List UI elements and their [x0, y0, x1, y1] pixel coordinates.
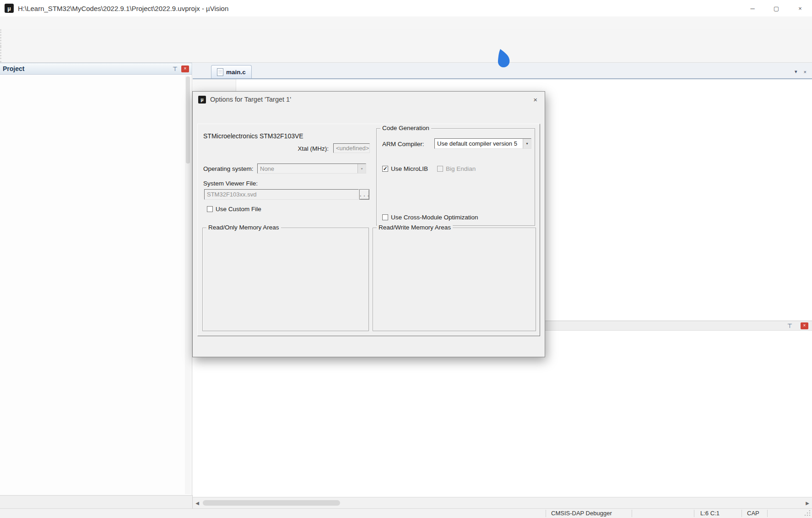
resize-grip-icon	[804, 510, 810, 517]
operating-system-select[interactable]: None ▾	[257, 164, 366, 174]
svd-input[interactable]: STM32F103xx.svd	[204, 189, 359, 200]
close-button[interactable]: ×	[788, 0, 812, 16]
svd-label: System Viewer File:	[203, 180, 258, 187]
editor-tab-label: main.c	[226, 69, 246, 76]
workspace-tabs	[0, 495, 193, 508]
target-tab-page: STMicroelectronics STM32F103VE Xtal (MHz…	[197, 124, 540, 336]
dialog-logo-icon: µ	[198, 96, 206, 104]
titlebar: µ H:\Learn_STM32\MyCodes\2022.9.1\Projec…	[0, 0, 812, 17]
statusbar: CMSIS-DAP Debugger L:6 C:1 CAP	[0, 508, 812, 518]
statusbar-cursor-position: L:6 C:1	[700, 510, 720, 517]
operating-system-value: None	[258, 165, 357, 172]
close-editor-icon[interactable]: ×	[804, 69, 807, 75]
scroll-left-icon[interactable]: ◀	[193, 501, 202, 506]
big-endian-row: Big Endian	[437, 165, 476, 172]
cross-module-row: Use Cross-Module Optimization	[382, 214, 478, 221]
read-write-memory-title: Read/Write Memory Areas	[377, 224, 453, 231]
project-scrollbar[interactable]	[185, 76, 191, 494]
dialog-title: Options for Target 'Target 1'	[210, 96, 291, 103]
operating-system-label: Operating system:	[203, 165, 254, 172]
big-endian-checkbox[interactable]	[437, 166, 443, 172]
chevron-down-icon[interactable]: ▾	[357, 164, 366, 173]
scroll-right-icon[interactable]: ▶	[803, 501, 812, 506]
close-project-panel-button[interactable]: ×	[181, 65, 189, 72]
device-name: STMicroelectronics STM32F103VE	[203, 132, 303, 140]
editor-tab-main-c[interactable]: main.c	[211, 65, 252, 78]
dialog-buttons	[193, 342, 545, 354]
pin-icon[interactable]: ⊤	[787, 322, 792, 329]
cross-module-checkbox[interactable]	[382, 214, 388, 220]
project-panel-header: Project ⊤ ×	[0, 63, 192, 75]
arm-compiler-value: Use default compiler version 5	[435, 140, 523, 147]
close-output-panel-button[interactable]: ×	[801, 322, 808, 329]
dialog-titlebar: µ Options for Target 'Target 1' ×	[193, 92, 545, 107]
check-icon: ✓	[383, 166, 387, 171]
dialog-close-button[interactable]: ×	[531, 96, 539, 104]
xtal-input[interactable]: <undefined>	[333, 143, 370, 153]
window-title: H:\Learn_STM32\MyCodes\2022.9.1\Project\…	[18, 5, 228, 12]
statusbar-debugger: CMSIS-DAP Debugger	[551, 510, 612, 517]
read-only-memory-group: Read/Only Memory Areas	[202, 228, 369, 331]
window-controls: ─▢×	[741, 0, 812, 16]
arm-compiler-label: ARM Compiler:	[382, 141, 424, 147]
read-write-memory-group: Read/Write Memory Areas	[373, 228, 536, 331]
tab-list-icon[interactable]: ▾	[795, 69, 797, 75]
use-custom-file-label: Use Custom File	[216, 206, 261, 213]
editor-tab-controls: ▾ ×	[795, 69, 812, 78]
file-toolbar	[0, 29, 812, 46]
code-generation-title: Code Generation	[380, 125, 431, 131]
dialog-logo-glyph: µ	[200, 97, 203, 102]
arm-compiler-select[interactable]: Use default compiler version 5 ▾	[434, 138, 531, 149]
read-only-memory-title: Read/Only Memory Areas	[206, 224, 281, 231]
code-generation-group: Code Generation ARM Compiler: Use defaul…	[376, 128, 535, 226]
project-scrollbar-thumb[interactable]	[186, 76, 190, 164]
options-dialog: µ Options for Target 'Target 1' × STMicr…	[192, 91, 545, 357]
project-panel-title: Project	[3, 65, 24, 72]
file-icon	[217, 68, 223, 76]
xtal-value: <undefined>	[336, 145, 369, 152]
use-microlib-checkbox[interactable]: ✓	[382, 166, 388, 172]
chevron-down-icon[interactable]: ▾	[523, 139, 531, 148]
big-endian-label: Big Endian	[446, 165, 476, 172]
xtal-label: Xtal (MHz):	[275, 145, 329, 152]
minimize-button[interactable]: ─	[741, 0, 764, 16]
svd-browse-button[interactable]: ...	[359, 189, 369, 200]
project-tree	[0, 75, 192, 495]
use-microlib-label: Use MicroLIB	[391, 165, 428, 172]
output-horizontal-scrollbar[interactable]: ◀ ▶	[193, 497, 812, 508]
scrollbar-thumb[interactable]	[203, 500, 340, 506]
app-logo-icon: µ	[5, 4, 14, 13]
uvision-window: µ H:\Learn_STM32\MyCodes\2022.9.1\Projec…	[0, 0, 812, 518]
pin-icon[interactable]: ⊤	[173, 65, 178, 72]
svd-value: STM32F103xx.svd	[207, 191, 256, 198]
use-custom-file-checkbox[interactable]	[207, 206, 213, 212]
maximize-button[interactable]: ▢	[764, 0, 788, 16]
use-microlib-row: ✓ Use MicroLIB	[382, 165, 428, 172]
statusbar-caps-indicator: CAP	[747, 510, 759, 517]
build-toolbar	[0, 46, 812, 63]
menubar	[0, 16, 812, 29]
pen-cursor	[497, 49, 511, 68]
app-logo-glyph: µ	[7, 5, 11, 12]
cross-module-label: Use Cross-Module Optimization	[391, 214, 478, 221]
use-custom-file-row: Use Custom File	[207, 206, 261, 213]
